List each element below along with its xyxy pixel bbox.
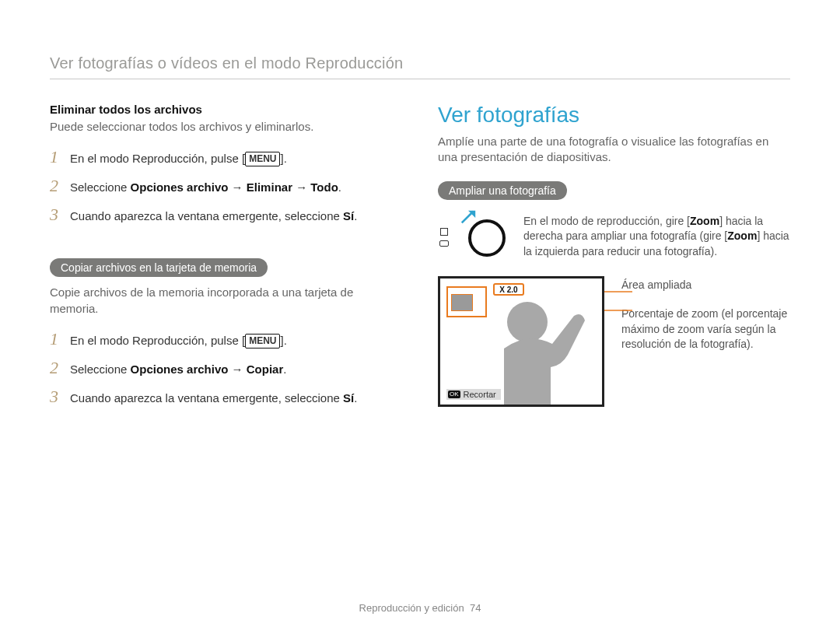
sec1-title: Eliminar todos los archivos [50, 103, 402, 116]
callouts: Área ampliada Porcentaje de zoom (el por… [621, 276, 790, 366]
t: Opciones archivo [131, 180, 229, 194]
step-num: 1 [50, 149, 70, 166]
step-2: 2 Seleccione Opciones archivo → Eliminar… [50, 177, 402, 195]
step-1: 1 En el modo Reproducción, pulse [MENU]. [50, 331, 402, 349]
t: Sí [343, 209, 354, 222]
t: ]. [280, 152, 286, 165]
t: Todo [310, 180, 338, 194]
diagram-row: X 2.0 OK Recortar Área ampliada Porcenta… [438, 276, 790, 407]
zoom-icon [439, 240, 449, 247]
step-3: 3 Cuando aparezca la ventana emergente, … [50, 206, 402, 224]
step-num: 1 [50, 331, 70, 348]
screen-diagram: X 2.0 OK Recortar [438, 276, 604, 407]
step-num: 3 [50, 206, 70, 223]
step-3: 3 Cuando aparezca la ventana emergente, … [50, 388, 402, 406]
callout-text: Porcentaje de zoom (el porcentaje máximo… [621, 306, 790, 352]
t: Seleccione [70, 363, 131, 376]
zoom-dial-icon [463, 214, 511, 262]
step-text: En el modo Reproducción, pulse [MENU]. [70, 331, 287, 349]
t: Seleccione [70, 180, 131, 194]
divider [50, 79, 790, 79]
sec1-steps: 1 En el modo Reproducción, pulse [MENU].… [50, 149, 402, 224]
columns: Eliminar todos los archivos Puede selecc… [50, 103, 790, 417]
dial-arrow-icon [460, 209, 477, 226]
dial-text: En el modo de reproducción, gire [Zoom] … [523, 214, 790, 260]
step-2: 2 Seleccione Opciones archivo → Copiar. [50, 359, 402, 377]
t: . [354, 209, 357, 222]
menu-box: MENU [245, 334, 280, 349]
dial-row: En el modo de reproducción, gire [Zoom] … [438, 214, 790, 262]
dial-side-icons [438, 228, 450, 247]
step-text: Seleccione Opciones archivo → Copiar. [70, 359, 286, 377]
t: Sí [343, 391, 354, 405]
trim-text: Recortar [464, 390, 496, 399]
sec2-pill: Copiar archivos en la tarjeta de memoria [50, 258, 268, 277]
footer-section: Reproducción y edición [359, 602, 464, 614]
image-icon [440, 228, 448, 236]
t: Zoom [727, 229, 757, 242]
t: Cuando aparezca la ventana emergente, se… [70, 209, 343, 222]
footer-page: 74 [470, 602, 481, 614]
t: Zoom [690, 215, 719, 227]
step-text: En el modo Reproducción, pulse [MENU]. [70, 149, 287, 166]
footer: Reproducción y edición 74 [0, 602, 840, 614]
breadcrumb: Ver fotografías o vídeos en el modo Repr… [50, 54, 790, 72]
t: . [338, 180, 341, 194]
step-num: 2 [50, 177, 70, 194]
right-title: Ver fotografías [438, 103, 790, 128]
arrow-icon: → [292, 180, 310, 194]
t: ]. [280, 334, 286, 347]
sec1-desc: Puede seleccionar todos los archivos y e… [50, 119, 402, 135]
trim-label: OK Recortar [446, 389, 501, 400]
t: Eliminar [247, 180, 292, 194]
t: En el modo Reproducción, pulse [ [70, 152, 245, 165]
left-column: Eliminar todos los archivos Puede selecc… [50, 103, 402, 417]
t: Cuando aparezca la ventana emergente, se… [70, 391, 343, 405]
arrow-icon: → [228, 363, 246, 376]
t: . [354, 391, 357, 405]
step-num: 2 [50, 359, 70, 377]
right-intro: Amplíe una parte de una fotografía o vis… [438, 134, 790, 166]
thumbnail-area [446, 286, 487, 317]
t: En el modo Reproducción, pulse [ [70, 334, 245, 347]
t: Opciones archivo [131, 363, 229, 376]
callout-1: Área ampliada [621, 278, 790, 293]
step-text: Cuando aparezca la ventana emergente, se… [70, 388, 357, 406]
t: En el modo de reproducción, gire [ [523, 215, 690, 227]
step-text: Seleccione Opciones archivo → Eliminar →… [70, 177, 341, 195]
step-text: Cuando aparezca la ventana emergente, se… [70, 206, 357, 224]
callout-text: Área ampliada [621, 278, 691, 293]
page: Ver fotografías o vídeos en el modo Repr… [0, 0, 840, 634]
arrow-icon: → [228, 180, 246, 194]
sec2-steps: 1 En el modo Reproducción, pulse [MENU].… [50, 331, 402, 406]
t: . [283, 363, 286, 376]
step-1: 1 En el modo Reproducción, pulse [MENU]. [50, 149, 402, 166]
svg-point-5 [507, 302, 548, 342]
right-column: Ver fotografías Amplíe una parte de una … [438, 103, 790, 417]
sec2-desc: Copie archivos de la memoria incorporada… [50, 285, 402, 317]
ok-icon: OK [448, 391, 460, 398]
menu-box: MENU [245, 152, 280, 166]
step-num: 3 [50, 388, 70, 405]
t: Copiar [247, 363, 284, 376]
zoom-badge: X 2.0 [493, 283, 524, 296]
callout-2: Porcentaje de zoom (el porcentaje máximo… [621, 306, 790, 352]
thumbnail-viewport [451, 294, 473, 311]
right-pill: Ampliar una fotografía [438, 181, 567, 200]
